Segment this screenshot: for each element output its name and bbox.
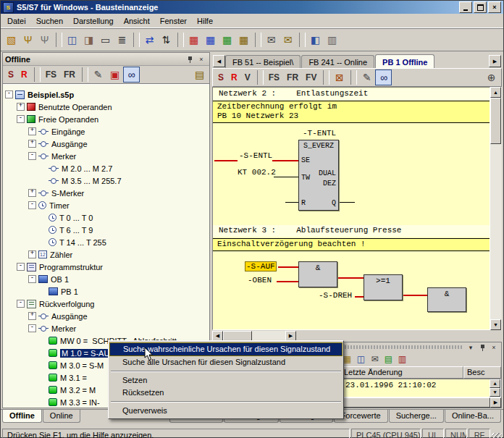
tree-item-s-merker[interactable]: +S-Merker <box>3 187 209 199</box>
tree-expander-minus-icon[interactable]: - <box>5 90 13 98</box>
export-icon[interactable]: ▥ <box>395 353 409 366</box>
insert-icon[interactable]: ⊕ <box>483 70 500 85</box>
force-set-button[interactable]: FS <box>265 71 283 84</box>
scroll-down-icon[interactable]: ▼ <box>490 388 500 397</box>
and-gate-1[interactable]: & <box>298 261 337 287</box>
printer-icon[interactable]: ▭ <box>97 32 114 48</box>
tree-expander-minus-icon[interactable]: - <box>17 300 25 308</box>
tab-scroll-left-icon[interactable]: ◀ <box>213 55 225 67</box>
menu-item-ansicht[interactable]: Ansicht <box>119 15 155 27</box>
tree-expander-minus-icon[interactable]: - <box>17 263 25 271</box>
mail-icon[interactable]: ✉ <box>368 353 382 366</box>
menu-item-fenster[interactable]: Fenster <box>155 15 192 27</box>
title-bar[interactable]: S S5/S7 für Windows - Bausteinanzeige × <box>1 1 503 14</box>
mail-send-icon[interactable]: ✉ <box>263 32 280 48</box>
network-icon[interactable]: ⇄ <box>141 32 158 48</box>
menu-item-suchen[interactable]: Suchen <box>31 15 68 27</box>
tree-item-beispiel-s5p[interactable]: -Beispiel.s5p <box>3 88 209 101</box>
dock-column-letzte-aenderung[interactable]: Letzte Änderung <box>340 366 463 379</box>
force-reset-button[interactable]: FR <box>60 68 79 81</box>
timer-function-block[interactable]: S_EVERZ SE TW DUAL DEZ R Q <box>298 140 339 211</box>
tree-item-pb-1[interactable]: PB 1 <box>3 285 209 298</box>
tab-fb-241-online[interactable]: FB 241 -- Online <box>301 55 374 68</box>
tree-item-programmstruktur[interactable]: -Programmstruktur <box>3 261 209 273</box>
tree-expander-minus-icon[interactable]: - <box>28 275 36 283</box>
force-reset-button[interactable]: FR <box>283 71 302 84</box>
tree-item-eing-nge[interactable]: +Eingänge <box>3 125 209 138</box>
dock-pin-icon[interactable] <box>476 342 488 353</box>
tree-item-z-hler[interactable]: +Zähler <box>3 248 209 261</box>
tree-item-r-ckverfolgung[interactable]: -Rückverfolgung <box>3 298 209 310</box>
menu-item-darstellung[interactable]: Darstellung <box>68 15 119 27</box>
tree-item-timer[interactable]: -Timer <box>3 199 209 211</box>
dock-vertical-scrollbar[interactable]: ▲ ▼ <box>490 379 500 397</box>
tab-pb-1-offline[interactable]: PB 1 Offline <box>375 54 434 68</box>
scroll-up-icon[interactable]: ▲ <box>490 379 500 388</box>
context-menu-item-4[interactable]: Rücksetzen <box>109 387 343 399</box>
dock-chevron-down-icon[interactable]: ▾ <box>465 342 476 353</box>
value-button[interactable]: V <box>241 71 254 84</box>
sort-icon[interactable]: ⇅ <box>158 32 175 48</box>
tree-item-merker[interactable]: -Merker <box>3 322 209 334</box>
grid-icon[interactable]: ▤ <box>382 353 395 366</box>
or-gate[interactable]: >=1 <box>364 274 403 300</box>
dock-tab-online-ba-5[interactable]: Online-Ba... <box>445 410 501 423</box>
copy-blocks-icon[interactable]: ◫ <box>64 32 80 48</box>
pencil-icon[interactable]: ✎ <box>90 67 106 83</box>
stop-icon[interactable]: ▣ <box>106 67 123 83</box>
table-trace-icon[interactable]: ▦ <box>235 32 252 48</box>
plc-rack-icon[interactable]: ▥ <box>324 32 340 48</box>
eraser-icon[interactable]: ◨ <box>80 32 97 48</box>
scroll-down-icon[interactable]: ▼ <box>490 319 501 330</box>
set-signal-button[interactable]: S <box>4 68 17 81</box>
signal-s-auf-label[interactable]: -S-AUF <box>245 261 277 271</box>
tree-expander-plus-icon[interactable]: + <box>17 103 25 111</box>
scroll-right-icon[interactable]: ▶ <box>490 397 501 408</box>
tree-item-m-2-0-m-2-7[interactable]: M 2.0 ... M 2.7 <box>3 162 209 174</box>
tree-expander-plus-icon[interactable]: + <box>28 312 36 320</box>
tree-expander-minus-icon[interactable]: - <box>28 324 36 332</box>
tree-expander-plus-icon[interactable]: + <box>28 250 36 258</box>
binoculars-icon[interactable]: ∞ <box>123 67 140 83</box>
menu-item-datei[interactable]: Datei <box>2 15 31 27</box>
menu-item-hilfe[interactable]: Hilfe <box>192 15 218 27</box>
exclude-icon[interactable]: ⊠ <box>331 70 348 85</box>
tree-item-ausg-nge[interactable]: +Ausgänge <box>3 138 209 150</box>
panel-pin-icon[interactable] <box>184 54 196 64</box>
context-menu-item-6[interactable]: Querverweis <box>109 405 343 417</box>
binoculars-icon[interactable]: ∞ <box>375 70 392 85</box>
tree-item-m-3-5-m-255-7[interactable]: M 3.5 ... M 255.7 <box>3 174 209 187</box>
tree-item-ob-1[interactable]: -OB 1 <box>3 273 209 285</box>
fbd-vertical-scrollbar[interactable]: ▲ ▼ <box>490 87 502 330</box>
scales-online-icon[interactable]: Ψ <box>20 32 36 48</box>
context-menu-item-3[interactable]: Setzen <box>109 374 343 387</box>
input1-label[interactable]: -S-ENTL <box>239 151 272 160</box>
fbd-canvas[interactable]: Netzwerk 2 :Entlastungszeit Zeitberechnu… <box>212 87 490 330</box>
dock-column-beschreibung[interactable]: Besc <box>463 366 501 379</box>
close-button[interactable]: × <box>488 1 501 13</box>
reset-signal-button[interactable]: R <box>17 68 31 81</box>
panel-close-icon[interactable]: × <box>196 54 207 64</box>
minimize-button[interactable] <box>459 1 472 13</box>
and-gate-2[interactable]: & <box>427 287 466 312</box>
tree-expander-minus-icon[interactable]: - <box>17 115 25 123</box>
report-icon[interactable]: ▤ <box>191 67 208 83</box>
tree-expander-plus-icon[interactable]: + <box>28 189 36 197</box>
tab-scroll-right-icon[interactable]: ▶ <box>489 55 501 67</box>
pencil-icon[interactable]: ✎ <box>358 70 375 85</box>
monitor-icon[interactable]: ◧ <box>307 32 324 48</box>
table-prog-icon[interactable]: ▦ <box>219 32 235 48</box>
mail-recv-icon[interactable]: ✉ <box>280 32 296 48</box>
maximize-button[interactable] <box>474 1 487 13</box>
tree-item-t-14-t-255[interactable]: T 14 ... T 255 <box>3 236 209 248</box>
tree-item-merker[interactable]: -Merker <box>3 150 209 162</box>
tree-expander-plus-icon[interactable]: + <box>28 140 36 148</box>
tree-expander-minus-icon[interactable]: - <box>28 201 36 209</box>
tree-item-benutzte-operanden[interactable]: +Benutzte Operanden <box>3 101 209 113</box>
tab-fb-51-beispiel[interactable]: FB 51 -- Beispiel\ <box>225 55 301 68</box>
table-free-icon[interactable]: ▦ <box>202 32 219 48</box>
signal-oben-label[interactable]: -OBEN <box>248 276 272 285</box>
input2-label[interactable]: KT 002.2 <box>238 168 276 177</box>
scroll-track[interactable] <box>490 144 502 319</box>
set-signal-button[interactable]: S <box>214 71 227 84</box>
